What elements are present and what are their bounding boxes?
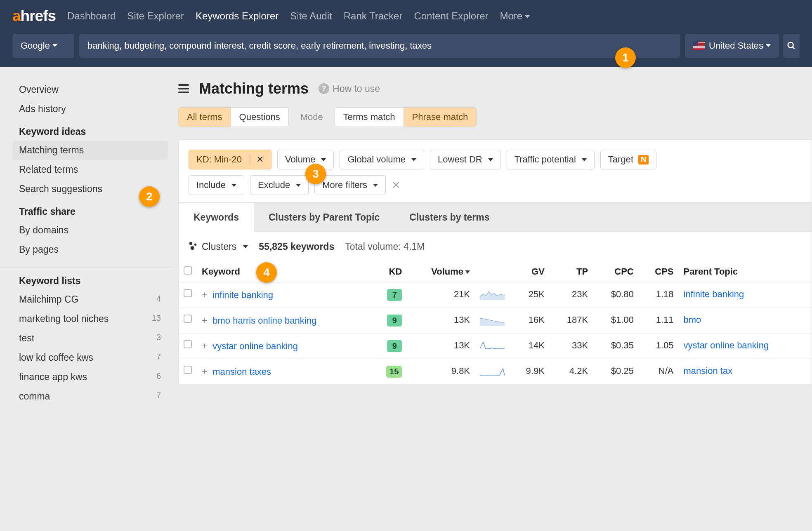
- table-row: + vystar online banking 9 13K 14K 33K $0…: [179, 334, 812, 359]
- col-cpc[interactable]: CPC: [593, 261, 639, 282]
- seg-all-terms[interactable]: All terms: [179, 108, 231, 127]
- filter-lowest-dr[interactable]: Lowest DR: [430, 150, 501, 169]
- nav-rank-tracker[interactable]: Rank Tracker: [344, 10, 403, 22]
- terms-questions-toggle: All terms Questions: [178, 107, 289, 127]
- col-volume[interactable]: Volume: [407, 261, 475, 282]
- volume-value: 13K: [407, 334, 475, 359]
- clear-filters-icon[interactable]: ✕: [392, 179, 401, 192]
- parent-topic-link[interactable]: bmo: [684, 315, 701, 325]
- chevron-down-icon: [296, 184, 301, 187]
- volume-value: 13K: [407, 308, 475, 334]
- add-icon[interactable]: +: [202, 340, 208, 351]
- parent-topic-link[interactable]: infinite banking: [684, 289, 744, 299]
- nav-more[interactable]: More: [500, 10, 530, 22]
- nav-content-explorer[interactable]: Content Explorer: [414, 10, 488, 22]
- cpc-value: $0.25: [593, 359, 639, 385]
- add-icon[interactable]: +: [202, 366, 208, 377]
- svg-line-1: [793, 47, 795, 49]
- parent-topic-link[interactable]: vystar online banking: [684, 340, 769, 350]
- sidebar-list-item[interactable]: comma7: [12, 387, 168, 406]
- filter-more[interactable]: More filters: [314, 175, 386, 195]
- col-cps[interactable]: CPS: [639, 261, 679, 282]
- total-volume: Total volume: 4.1M: [345, 241, 425, 252]
- col-gv[interactable]: GV: [510, 261, 550, 282]
- tab-keywords[interactable]: Keywords: [179, 203, 254, 232]
- select-all-checkbox[interactable]: [184, 266, 192, 275]
- country-select[interactable]: United States: [685, 34, 779, 58]
- keyword-link[interactable]: infinite banking: [212, 290, 273, 300]
- seg-questions[interactable]: Questions: [231, 108, 288, 127]
- sidebar-list-item[interactable]: test3: [12, 329, 168, 348]
- logo[interactable]: ahrefs: [12, 7, 56, 25]
- kd-badge: 9: [387, 315, 402, 327]
- annotation-4: 4: [256, 262, 277, 283]
- seg-phrase-match[interactable]: Phrase match: [404, 108, 477, 127]
- seg-terms-match[interactable]: Terms match: [335, 108, 404, 127]
- svg-marker-5: [480, 292, 505, 300]
- filter-target[interactable]: TargetN: [600, 150, 656, 169]
- sidebar-list-item[interactable]: Mailchimp CG4: [12, 290, 168, 309]
- sidebar-list-item[interactable]: low kd coffee kws7: [12, 348, 168, 367]
- row-checkbox[interactable]: [184, 315, 192, 323]
- filter-global-volume[interactable]: Global volume: [340, 150, 424, 169]
- search-button[interactable]: [783, 34, 800, 58]
- close-icon[interactable]: ✕: [250, 154, 264, 165]
- sidebar-ads-history[interactable]: Ads history: [12, 99, 168, 119]
- col-kd[interactable]: KD: [371, 261, 407, 282]
- chevron-down-icon: [373, 184, 378, 187]
- sidebar-list-item[interactable]: marketing tool niches13: [12, 309, 168, 329]
- tab-clusters-terms[interactable]: Clusters by terms: [394, 203, 504, 232]
- add-icon[interactable]: +: [202, 289, 208, 300]
- filter-traffic-potential[interactable]: Traffic potential: [507, 150, 595, 169]
- sparkline: [475, 308, 510, 334]
- svg-marker-6: [480, 318, 505, 326]
- row-checkbox[interactable]: [184, 366, 192, 374]
- how-to-use[interactable]: ?How to use: [319, 83, 380, 94]
- kd-badge: 7: [387, 289, 402, 301]
- col-parent-topic[interactable]: Parent Topic: [679, 261, 812, 282]
- filter-include[interactable]: Include: [189, 175, 244, 195]
- clusters-dropdown[interactable]: Clusters: [189, 241, 248, 252]
- keyword-link[interactable]: bmo harris online banking: [212, 315, 316, 326]
- keyword-link[interactable]: mansion taxes: [212, 367, 271, 377]
- nav-keywords-explorer[interactable]: Keywords Explorer: [196, 10, 279, 22]
- top-nav: ahrefs Dashboard Site Explorer Keywords …: [0, 0, 812, 32]
- sidebar-matching-terms[interactable]: Matching terms: [12, 141, 168, 160]
- sidebar-by-pages[interactable]: By pages: [12, 240, 168, 259]
- col-keyword[interactable]: Keyword: [197, 261, 371, 282]
- filter-volume[interactable]: Volume: [277, 150, 334, 169]
- cps-value: 1.05: [639, 334, 679, 359]
- parent-topic-link[interactable]: mansion tax: [684, 366, 733, 376]
- add-icon[interactable]: +: [202, 315, 208, 326]
- filter-exclude[interactable]: Exclude: [250, 175, 309, 195]
- main-content: Matching terms ?How to use All terms Que…: [173, 67, 812, 406]
- keyword-link[interactable]: vystar online banking: [212, 341, 298, 351]
- annotation-1: 1: [615, 47, 636, 68]
- annotation-2: 2: [139, 186, 160, 207]
- nav-dashboard[interactable]: Dashboard: [67, 10, 116, 22]
- results-panel: Clusters 55,825 keywords Total volume: 4…: [178, 232, 812, 385]
- gv-value: 16K: [510, 308, 550, 334]
- row-checkbox[interactable]: [184, 289, 192, 297]
- chevron-down-icon: [243, 245, 248, 248]
- menu-icon[interactable]: [178, 84, 189, 93]
- sidebar: Overview Ads history Keyword ideas Match…: [0, 67, 173, 406]
- filter-kd[interactable]: KD: Min-20✕: [189, 150, 271, 169]
- tab-clusters-parent[interactable]: Clusters by Parent Topic: [254, 203, 394, 232]
- tp-value: 4.2K: [550, 359, 593, 385]
- source-select[interactable]: Google: [12, 34, 74, 58]
- keywords-input[interactable]: banking, budgeting, compound interest, c…: [79, 34, 680, 58]
- sidebar-list-item[interactable]: finance app kws6: [12, 367, 168, 387]
- gv-value: 14K: [510, 334, 550, 359]
- results-tabs: Keywords Clusters by Parent Topic Cluste…: [178, 203, 812, 232]
- nav-site-audit[interactable]: Site Audit: [290, 10, 332, 22]
- tp-value: 33K: [550, 334, 593, 359]
- sidebar-by-domains[interactable]: By domains: [12, 221, 168, 240]
- nav-site-explorer[interactable]: Site Explorer: [127, 10, 184, 22]
- gv-value: 25K: [510, 282, 550, 308]
- sidebar-related-terms[interactable]: Related terms: [12, 160, 168, 179]
- sidebar-overview[interactable]: Overview: [12, 80, 168, 99]
- col-tp[interactable]: TP: [550, 261, 593, 282]
- row-checkbox[interactable]: [184, 340, 192, 348]
- sparkline: [475, 282, 510, 308]
